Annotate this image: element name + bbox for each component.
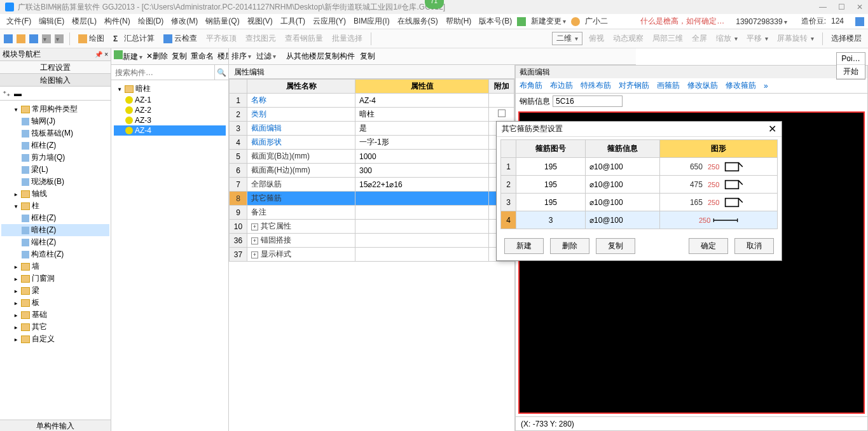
property-row[interactable]: 8其它箍筋 [230, 192, 514, 206]
tree-folder[interactable]: ▸梁 [1, 285, 109, 297]
batch-select-button[interactable]: 批量选择 [329, 32, 365, 45]
stirrup-row[interactable]: 2195⌀10@100475250 [501, 176, 778, 194]
menu-component[interactable]: 构件(N) [102, 15, 133, 28]
tree-folder[interactable]: ▾柱 [1, 200, 109, 212]
open-icon[interactable] [17, 34, 25, 43]
tree-item[interactable]: 筏板基础(M) [1, 127, 109, 139]
float-top[interactable]: Poi… [837, 53, 865, 65]
tab-project-settings[interactable]: 工程设置 [0, 61, 111, 74]
menu-bim[interactable]: BIM应用(I) [351, 15, 392, 28]
tree-item[interactable]: AZ-1 [114, 95, 226, 105]
property-row[interactable]: 2类别暗柱 [230, 108, 514, 122]
orbit-button[interactable]: 动态观察 [610, 32, 646, 45]
tree-item[interactable]: 梁(L) [1, 164, 109, 176]
dialog-new-button[interactable]: 新建 [504, 238, 544, 254]
tree-root[interactable]: ▾暗柱 [114, 83, 226, 95]
tree-folder[interactable]: ▸板 [1, 297, 109, 309]
menu-tool[interactable]: 工具(T) [278, 15, 308, 28]
new-change-button[interactable]: 新建变更 [528, 15, 568, 28]
search-input[interactable] [111, 65, 214, 80]
tip-link[interactable]: 什么是檐高，如何确定… [638, 15, 727, 28]
tab-single-input[interactable]: 单构件输入 [0, 420, 111, 431]
tree-folder[interactable]: ▸门窗洞 [1, 272, 109, 285]
save-icon[interactable] [29, 34, 38, 43]
property-row[interactable]: 7全部纵筋15⌀22+1⌀16 [230, 178, 514, 192]
menu-modify[interactable]: 修改(M) [169, 15, 200, 28]
float-start-button[interactable]: 开始 [837, 65, 865, 79]
new-file-icon[interactable] [4, 34, 13, 43]
select-floor-button[interactable]: 选择楼层 [829, 32, 864, 45]
view-2d-dropdown[interactable]: 二维 [552, 32, 582, 45]
tree-item[interactable]: AZ-3 [114, 115, 226, 125]
menu-draw[interactable]: 绘图(D) [135, 15, 167, 28]
rebar-info-input[interactable] [553, 95, 623, 107]
tree-item[interactable]: 暗柱(Z) [1, 224, 109, 236]
tree-item[interactable]: 现浇板(B) [1, 176, 109, 188]
property-row[interactable]: 37+显示样式 [230, 248, 514, 262]
search-icon[interactable]: 🔍 [214, 65, 228, 80]
tab-special[interactable]: 特殊布筋 [581, 80, 611, 91]
find-element-button[interactable]: 查找图元 [243, 32, 279, 45]
tree-item-selected[interactable]: AZ-4 [114, 125, 226, 136]
dialog-close-icon[interactable]: ✕ [768, 123, 776, 135]
tree-item[interactable]: 框柱(Z) [1, 212, 109, 224]
menu-online[interactable]: 在线服务(S) [395, 15, 441, 28]
property-row[interactable]: 9备注 [230, 206, 514, 220]
close-icon[interactable]: ✕ [857, 3, 863, 11]
maximize-icon[interactable]: ☐ [838, 3, 845, 11]
tree-folder[interactable]: ▸自定义 [1, 333, 109, 345]
stirrup-row[interactable]: 1195⌀10@100650250 [501, 158, 778, 176]
draw-button[interactable]: 绘图 [76, 32, 107, 45]
dialog-copy-button[interactable]: 复制 [596, 238, 635, 254]
redo-icon[interactable] [55, 34, 64, 43]
tree-folder[interactable]: ▾常用构件类型 [1, 103, 109, 115]
menu-rebar[interactable]: 钢筋量(Q) [203, 15, 242, 28]
dialog-delete-button[interactable]: 删除 [550, 238, 589, 254]
tab-modify-long[interactable]: 修改纵筋 [687, 80, 718, 91]
pan-button[interactable]: 平移 [744, 32, 771, 45]
menu-version[interactable]: 版本号(B) [476, 15, 514, 28]
property-row[interactable]: 6截面高(H边)(mm)300 [230, 164, 514, 178]
calc-button[interactable]: Σ 汇总计算 [111, 32, 157, 45]
tree-item[interactable]: 构造柱(Z) [1, 248, 109, 260]
tree-folder[interactable]: ▸其它 [1, 321, 109, 333]
view-rebar-button[interactable]: 查看钢筋量 [282, 32, 326, 45]
tab-edge[interactable]: 布边筋 [550, 80, 573, 91]
rename-component-button[interactable]: 重命名 [191, 51, 214, 62]
tab-corner[interactable]: 布角筋 [520, 80, 542, 91]
undo-icon[interactable] [42, 34, 51, 43]
local-3d-button[interactable]: 局部三维 [650, 32, 685, 45]
property-row[interactable]: 36+锚固搭接 [230, 234, 514, 248]
minimize-icon[interactable]: — [819, 3, 827, 11]
tab-modify-stirrup[interactable]: 修改箍筋 [726, 80, 756, 91]
menu-cloud[interactable]: 云应用(Y) [310, 15, 348, 28]
fullscreen-button[interactable]: 全屏 [689, 32, 710, 45]
phone-number[interactable]: 13907298339 [733, 16, 789, 27]
bell-icon[interactable] [855, 17, 864, 26]
rotate-button[interactable]: 屏幕旋转 [775, 32, 816, 45]
property-row[interactable]: 1名称AZ-4 [230, 94, 514, 108]
property-row[interactable]: 10+其它属性 [230, 220, 514, 234]
menu-help[interactable]: 帮助(H) [443, 15, 474, 28]
stirrup-row[interactable]: 3195⌀10@100165250 [501, 194, 778, 211]
tab-align[interactable]: 对齐钢筋 [619, 80, 649, 91]
top-view-button[interactable]: 俯视 [586, 32, 607, 45]
zoom-button[interactable]: 缩放 [713, 32, 740, 45]
dialog-cancel-button[interactable]: 取消 [734, 238, 774, 254]
menu-view[interactable]: 视图(V) [245, 15, 275, 28]
list-mode-icon[interactable]: ▬ [14, 89, 22, 98]
tree-item[interactable]: 剪力墙(Q) [1, 152, 109, 164]
tree-item[interactable]: AZ-2 [114, 105, 226, 115]
pin-icon[interactable]: 📌 × [95, 51, 108, 58]
tree-item[interactable]: 框柱(Z) [1, 139, 109, 152]
align-top-button[interactable]: 平齐板顶 [203, 32, 239, 45]
menu-floor[interactable]: 楼层(L) [69, 15, 99, 28]
plus-icon[interactable] [517, 17, 526, 26]
new-component-button[interactable]: 新建 [114, 50, 142, 62]
tab-stirrup[interactable]: 画箍筋 [657, 80, 680, 91]
tree-folder[interactable]: ▸墙 [1, 260, 109, 272]
property-row[interactable]: 3截面编辑是 [230, 122, 514, 136]
tab-draw-input[interactable]: 绘图输入 [0, 74, 111, 87]
tree-folder[interactable]: ▸基础 [1, 309, 109, 321]
checkbox[interactable] [498, 110, 506, 117]
